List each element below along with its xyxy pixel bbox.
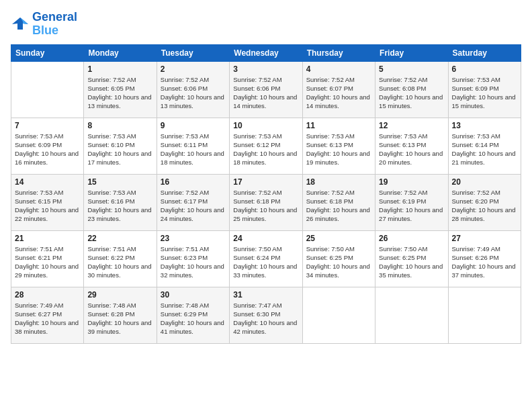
- day-number: 16: [161, 177, 226, 187]
- calendar-header-sunday: Sunday: [11, 44, 84, 61]
- calendar-cell: 12Sunrise: 7:53 AMSunset: 6:13 PMDayligh…: [375, 118, 448, 174]
- calendar-header-monday: Monday: [84, 44, 157, 61]
- day-number: 8: [87, 121, 152, 130]
- day-number: 22: [87, 234, 152, 243]
- calendar-cell: [302, 287, 375, 343]
- day-info: Sunrise: 7:50 AMSunset: 6:25 PMDaylight:…: [379, 244, 444, 280]
- day-number: 23: [161, 234, 226, 243]
- day-number: 2: [161, 64, 226, 74]
- day-number: 24: [233, 234, 298, 243]
- day-number: 6: [452, 64, 517, 74]
- day-number: 25: [306, 234, 371, 243]
- calendar-header-row: SundayMondayTuesdayWednesdayThursdayFrid…: [11, 44, 521, 61]
- day-info: Sunrise: 7:52 AMSunset: 6:08 PMDaylight:…: [379, 75, 444, 111]
- calendar-cell: 7Sunrise: 7:53 AMSunset: 6:09 PMDaylight…: [11, 118, 84, 174]
- logo-text-line1: General: [32, 11, 77, 24]
- calendar-cell: 29Sunrise: 7:48 AMSunset: 6:28 PMDayligh…: [84, 287, 157, 343]
- day-number: 15: [87, 177, 152, 187]
- calendar-cell: 25Sunrise: 7:50 AMSunset: 6:25 PMDayligh…: [302, 230, 375, 287]
- day-info: Sunrise: 7:53 AMSunset: 6:12 PMDaylight:…: [233, 132, 298, 167]
- day-info: Sunrise: 7:51 AMSunset: 6:21 PMDaylight:…: [15, 244, 80, 280]
- calendar-cell: 6Sunrise: 7:53 AMSunset: 6:09 PMDaylight…: [448, 61, 521, 118]
- day-info: Sunrise: 7:52 AMSunset: 6:05 PMDaylight:…: [87, 75, 152, 111]
- day-info: Sunrise: 7:52 AMSunset: 6:20 PMDaylight:…: [452, 188, 517, 224]
- calendar-cell: [375, 287, 448, 343]
- day-info: Sunrise: 7:52 AMSunset: 6:17 PMDaylight:…: [161, 188, 226, 224]
- calendar-cell: 20Sunrise: 7:52 AMSunset: 6:20 PMDayligh…: [448, 174, 521, 230]
- day-info: Sunrise: 7:48 AMSunset: 6:28 PMDaylight:…: [87, 301, 152, 336]
- day-number: 30: [161, 290, 226, 300]
- day-info: Sunrise: 7:49 AMSunset: 6:27 PMDaylight:…: [15, 301, 80, 336]
- day-info: Sunrise: 7:52 AMSunset: 6:18 PMDaylight:…: [306, 188, 371, 224]
- calendar-cell: 21Sunrise: 7:51 AMSunset: 6:21 PMDayligh…: [11, 230, 84, 287]
- day-number: 26: [379, 234, 444, 243]
- day-number: 28: [15, 290, 80, 300]
- calendar-cell: 11Sunrise: 7:53 AMSunset: 6:13 PMDayligh…: [302, 118, 375, 174]
- day-info: Sunrise: 7:53 AMSunset: 6:16 PMDaylight:…: [87, 188, 152, 224]
- calendar-cell: 28Sunrise: 7:49 AMSunset: 6:27 PMDayligh…: [11, 287, 84, 343]
- calendar-week-4: 21Sunrise: 7:51 AMSunset: 6:21 PMDayligh…: [11, 230, 521, 287]
- day-info: Sunrise: 7:52 AMSunset: 6:06 PMDaylight:…: [233, 75, 298, 111]
- day-info: Sunrise: 7:53 AMSunset: 6:14 PMDaylight:…: [452, 132, 517, 167]
- calendar-cell: 24Sunrise: 7:50 AMSunset: 6:24 PMDayligh…: [230, 230, 302, 287]
- calendar-cell: 1Sunrise: 7:52 AMSunset: 6:05 PMDaylight…: [84, 61, 157, 118]
- calendar-cell: 2Sunrise: 7:52 AMSunset: 6:06 PMDaylight…: [157, 61, 229, 118]
- day-number: 1: [87, 64, 152, 74]
- calendar-cell: 18Sunrise: 7:52 AMSunset: 6:18 PMDayligh…: [302, 174, 375, 230]
- day-number: 13: [452, 121, 517, 130]
- calendar-cell: 15Sunrise: 7:53 AMSunset: 6:16 PMDayligh…: [84, 174, 157, 230]
- day-info: Sunrise: 7:50 AMSunset: 6:24 PMDaylight:…: [233, 244, 298, 280]
- calendar-week-5: 28Sunrise: 7:49 AMSunset: 6:27 PMDayligh…: [11, 287, 521, 343]
- day-number: 20: [452, 177, 517, 187]
- day-info: Sunrise: 7:53 AMSunset: 6:15 PMDaylight:…: [15, 188, 80, 224]
- day-number: 18: [306, 177, 371, 187]
- day-info: Sunrise: 7:53 AMSunset: 6:13 PMDaylight:…: [379, 132, 444, 167]
- calendar-cell: 4Sunrise: 7:52 AMSunset: 6:07 PMDaylight…: [302, 61, 375, 118]
- header: General Blue: [11, 11, 521, 38]
- logo-text-line2: Blue: [32, 24, 77, 38]
- day-number: 12: [379, 121, 444, 130]
- calendar-cell: 5Sunrise: 7:52 AMSunset: 6:08 PMDaylight…: [375, 61, 448, 118]
- day-info: Sunrise: 7:50 AMSunset: 6:25 PMDaylight:…: [306, 244, 371, 280]
- day-number: 7: [15, 121, 80, 130]
- calendar-cell: 30Sunrise: 7:48 AMSunset: 6:29 PMDayligh…: [157, 287, 229, 343]
- calendar-header-thursday: Thursday: [302, 44, 375, 61]
- calendar-cell: 8Sunrise: 7:53 AMSunset: 6:10 PMDaylight…: [84, 118, 157, 174]
- calendar-cell: 27Sunrise: 7:49 AMSunset: 6:26 PMDayligh…: [448, 230, 521, 287]
- calendar-header-friday: Friday: [375, 44, 448, 61]
- day-number: 10: [233, 121, 298, 130]
- day-number: 9: [161, 121, 226, 130]
- day-number: 21: [15, 234, 80, 243]
- calendar-cell: 31Sunrise: 7:47 AMSunset: 6:30 PMDayligh…: [230, 287, 302, 343]
- day-info: Sunrise: 7:48 AMSunset: 6:29 PMDaylight:…: [161, 301, 226, 336]
- day-number: 17: [233, 177, 298, 187]
- calendar-cell: 9Sunrise: 7:53 AMSunset: 6:11 PMDaylight…: [157, 118, 229, 174]
- day-info: Sunrise: 7:49 AMSunset: 6:26 PMDaylight:…: [452, 244, 517, 280]
- day-number: 31: [233, 290, 298, 300]
- day-number: 11: [306, 121, 371, 130]
- calendar-cell: 14Sunrise: 7:53 AMSunset: 6:15 PMDayligh…: [11, 174, 84, 230]
- calendar-week-1: 1Sunrise: 7:52 AMSunset: 6:05 PMDaylight…: [11, 61, 521, 118]
- calendar-cell: 17Sunrise: 7:52 AMSunset: 6:18 PMDayligh…: [230, 174, 302, 230]
- day-info: Sunrise: 7:53 AMSunset: 6:11 PMDaylight:…: [161, 132, 226, 167]
- logo: General Blue: [11, 11, 77, 38]
- day-number: 3: [233, 64, 298, 74]
- logo-icon: [11, 15, 30, 34]
- day-info: Sunrise: 7:52 AMSunset: 6:07 PMDaylight:…: [306, 75, 371, 111]
- calendar-week-3: 14Sunrise: 7:53 AMSunset: 6:15 PMDayligh…: [11, 174, 521, 230]
- day-info: Sunrise: 7:52 AMSunset: 6:06 PMDaylight:…: [161, 75, 226, 111]
- day-info: Sunrise: 7:53 AMSunset: 6:09 PMDaylight:…: [15, 132, 80, 167]
- calendar-cell: [448, 287, 521, 343]
- day-number: 27: [452, 234, 517, 243]
- calendar-header-saturday: Saturday: [448, 44, 521, 61]
- calendar-cell: 19Sunrise: 7:52 AMSunset: 6:19 PMDayligh…: [375, 174, 448, 230]
- day-info: Sunrise: 7:53 AMSunset: 6:09 PMDaylight:…: [452, 75, 517, 111]
- day-info: Sunrise: 7:53 AMSunset: 6:10 PMDaylight:…: [87, 132, 152, 167]
- calendar-cell: 3Sunrise: 7:52 AMSunset: 6:06 PMDaylight…: [230, 61, 302, 118]
- calendar-cell: 26Sunrise: 7:50 AMSunset: 6:25 PMDayligh…: [375, 230, 448, 287]
- day-info: Sunrise: 7:53 AMSunset: 6:13 PMDaylight:…: [306, 132, 371, 167]
- day-number: 14: [15, 177, 80, 187]
- calendar-week-2: 7Sunrise: 7:53 AMSunset: 6:09 PMDaylight…: [11, 118, 521, 174]
- day-info: Sunrise: 7:47 AMSunset: 6:30 PMDaylight:…: [233, 301, 298, 336]
- calendar-cell: 16Sunrise: 7:52 AMSunset: 6:17 PMDayligh…: [157, 174, 229, 230]
